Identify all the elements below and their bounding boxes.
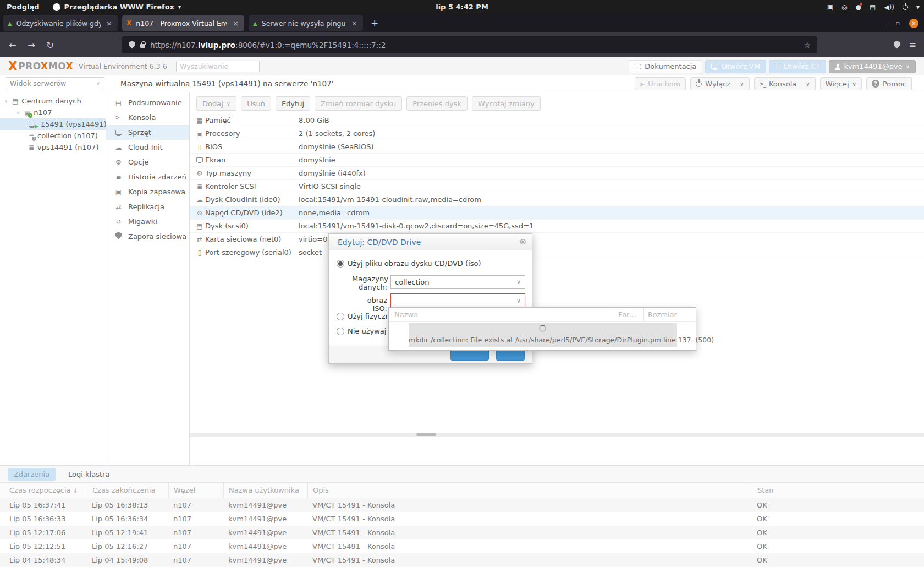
radio-icon[interactable] <box>337 328 344 335</box>
tree-node-storage-collection[interactable]: ≣? collection (n107) <box>0 130 106 141</box>
protections-shield-icon[interactable] <box>894 41 900 49</box>
start-button[interactable]: ▶ Uruchom <box>635 77 686 90</box>
close-button[interactable]: ✕ <box>909 19 919 28</box>
new-tab-button[interactable]: + <box>371 18 378 29</box>
volume-icon[interactable]: ◀)) <box>884 4 894 10</box>
create-ct-button[interactable]: Utwórz CT <box>769 60 827 73</box>
browser-tab-1[interactable]: ▲ Odzyskiwanie plików gdy sy × <box>3 15 118 31</box>
menu-item-replication[interactable]: ⇄Replikacja <box>106 199 189 214</box>
power-icon[interactable] <box>903 4 908 10</box>
scrollbar-thumb[interactable] <box>416 433 436 436</box>
hardware-row-scsi-controller[interactable]: ≣ Kontroler SCSI VirtIO SCSI single <box>190 180 924 193</box>
lock-icon[interactable] <box>140 44 145 48</box>
menu-item-cloudinit[interactable]: ☁Cloud-Init <box>106 140 189 155</box>
col-node[interactable]: Węzeł <box>168 483 223 498</box>
shutdown-button[interactable]: Wyłącz ∨ <box>690 77 749 90</box>
edit-button[interactable]: Edytuj <box>276 96 310 111</box>
clock[interactable]: lip 5 4:42 PM <box>436 3 488 11</box>
tree-node-storage-vps14491[interactable]: ≣ vps14491 (n107) <box>0 141 106 153</box>
horizontal-scrollbar[interactable] <box>190 433 924 437</box>
task-row[interactable]: Lip 05 16:36:33 Lip 05 16:36:34 n107 kvm… <box>0 512 924 526</box>
hardware-row-network[interactable]: ⇄ Karta sieciowa (net0) virtio=02:0 <box>190 233 924 246</box>
tree-node-vm-15491[interactable]: ▶ 15491 (vps14491) <box>0 118 106 130</box>
menu-item-summary[interactable]: ▤Podsumowanie <box>106 95 189 110</box>
menu-item-task-history[interactable]: ≡Historia zdarzeń <box>106 170 189 184</box>
maximize-button[interactable]: ▫ <box>896 20 900 27</box>
reload-icon[interactable]: ↻ <box>41 40 59 51</box>
minimize-button[interactable]: — <box>881 20 887 27</box>
server-view-select[interactable]: Widok serwerów ∨ <box>6 77 105 89</box>
back-icon[interactable]: ← <box>3 40 22 51</box>
radio-icon[interactable] <box>337 313 344 320</box>
hardware-row-processors[interactable]: ▣ Procesory 2 (1 sockets, 2 cores) <box>190 127 924 140</box>
user-menu-button[interactable]: kvm14491@pve ∨ <box>829 60 916 73</box>
task-row[interactable]: Lip 05 12:17:06 Lip 05 12:19:41 n107 kvm… <box>0 526 924 539</box>
hardware-row-bios[interactable]: ▯ BIOS domyślnie (SeaBIOS) <box>190 140 924 154</box>
app-indicator-icon[interactable]: ◎ <box>842 4 847 10</box>
url-field[interactable]: https://n107.lvlup.pro:8006/#v1:0:=qemu%… <box>122 36 817 53</box>
hardware-row-serial[interactable]: ▯ Port szeregowy (serial0) socket <box>190 246 924 259</box>
menu-item-console[interactable]: >_Konsola <box>106 110 189 125</box>
activities-button[interactable]: Podgląd <box>0 0 46 14</box>
menu-item-options[interactable]: ⚙Opcje <box>106 155 189 170</box>
hardware-row-cdrom-selected[interactable]: ⊙ Napęd CD/DVD (ide2) none,media=cdrom <box>190 206 924 220</box>
tab-close-icon[interactable]: × <box>350 19 359 28</box>
col-status[interactable]: Stan <box>752 483 924 498</box>
col-description[interactable]: Opis <box>307 483 752 498</box>
create-vm-button[interactable]: Utwórz VM <box>705 60 766 73</box>
chevron-down-icon[interactable]: ▾ <box>916 4 920 10</box>
keyboard-icon[interactable]: ▤ <box>870 4 876 10</box>
close-icon[interactable]: ⊗ <box>519 238 526 246</box>
documentation-button[interactable]: Dokumentacja <box>629 60 702 73</box>
more-button[interactable]: Więcej ∨ <box>820 77 862 90</box>
search-input[interactable] <box>176 61 260 72</box>
hardware-row-disk[interactable]: ▤ Dysk (scsi0) local:15491/vm-15491-disk… <box>190 220 924 233</box>
storage-combobox[interactable]: collection ∨ <box>391 275 525 289</box>
discord-icon[interactable]: ● <box>856 4 861 10</box>
tracking-protection-shield-icon[interactable] <box>129 41 135 49</box>
col-start-time[interactable]: Czas rozpoczęcia↓ <box>0 483 87 498</box>
menu-item-hardware[interactable]: Sprzęt <box>106 125 189 140</box>
chevron-down-icon[interactable]: ∨ <box>3 99 9 104</box>
menu-item-backup[interactable]: ▣Kopia zapasowa <box>106 184 189 199</box>
resize-disk-button[interactable]: Zmień rozmiar dysku <box>315 96 402 111</box>
add-button[interactable]: Dodaj∨ <box>196 96 237 111</box>
hardware-row-display[interactable]: Ekran domyślnie <box>190 154 924 167</box>
iso-combobox[interactable]: ∨ <box>391 293 525 308</box>
task-row[interactable]: Lip 05 12:12:51 Lip 05 12:16:27 n107 kvm… <box>0 539 924 553</box>
col-name[interactable]: Nazwa <box>394 310 418 319</box>
radio-selected-icon[interactable] <box>337 260 344 268</box>
app-menu-button[interactable]: Przeglądarka WWW Firefox ▾ <box>46 0 188 14</box>
hardware-row-cloudinit-disk[interactable]: ☁ Dysk CloudInit (ide0) local:15491/vm-1… <box>190 193 924 206</box>
col-end-time[interactable]: Czas zakończenia <box>87 483 168 498</box>
chevron-down-icon[interactable]: ∨ <box>15 110 21 116</box>
chevron-down-icon[interactable]: ∨ <box>513 297 525 304</box>
tab-tasks[interactable]: Zdarzenia <box>8 468 56 481</box>
hardware-row-memory[interactable]: ▦ Pamięć 8.00 GiB <box>190 114 924 127</box>
chevron-down-icon[interactable]: ∨ <box>513 279 525 286</box>
radio-use-iso[interactable]: Użyj pliku obrazu dysku CD/DVD (iso) <box>337 259 481 268</box>
menu-item-snapshots[interactable]: ↺Migawki <box>106 214 189 229</box>
console-button[interactable]: >_ Konsola ∨ <box>754 77 816 90</box>
browser-tab-3[interactable]: ▲ Serwer nie wysyła pingu - P × <box>249 15 363 31</box>
hardware-row-machine-type[interactable]: ⚙ Typ maszyny domyślnie (i440fx) <box>190 167 924 180</box>
task-row[interactable]: Lip 04 15:48:34 Lip 04 15:49:08 n107 kvm… <box>0 553 924 567</box>
tree-node-n107[interactable]: ∨ ▦✓ n107 <box>0 107 106 118</box>
tree-node-datacenter[interactable]: ∨ ▤ Centrum danych <box>0 95 106 107</box>
bookmark-star-icon[interactable]: ☆ <box>804 41 811 50</box>
col-format[interactable]: For… <box>618 310 636 319</box>
tab-close-icon[interactable]: × <box>105 19 113 28</box>
help-button[interactable]: ? Pomoc <box>866 77 912 90</box>
revert-button[interactable]: Wycofaj zmiany <box>472 96 541 111</box>
move-disk-button[interactable]: Przenieś dysk <box>406 96 468 111</box>
remove-button[interactable]: Usuń <box>241 96 271 111</box>
menu-item-firewall[interactable]: Zapora sieciowa ▸ <box>106 229 189 244</box>
col-username[interactable]: Nazwa użytkownika <box>223 483 307 498</box>
col-size[interactable]: Rozmiar <box>648 310 677 319</box>
dialog-header[interactable]: Edytuj: CD/DVD Drive ⊗ <box>329 234 532 250</box>
task-row[interactable]: Lip 05 16:37:41 Lip 05 16:38:13 n107 kvm… <box>0 498 924 512</box>
browser-tab-2-active[interactable]: X n107 - Proxmox Virtual Envi × <box>122 15 244 31</box>
forward-icon[interactable]: → <box>22 40 41 51</box>
tab-cluster-log[interactable]: Logi klastra <box>62 468 116 481</box>
hamburger-menu-icon[interactable]: ≡ <box>909 40 916 50</box>
